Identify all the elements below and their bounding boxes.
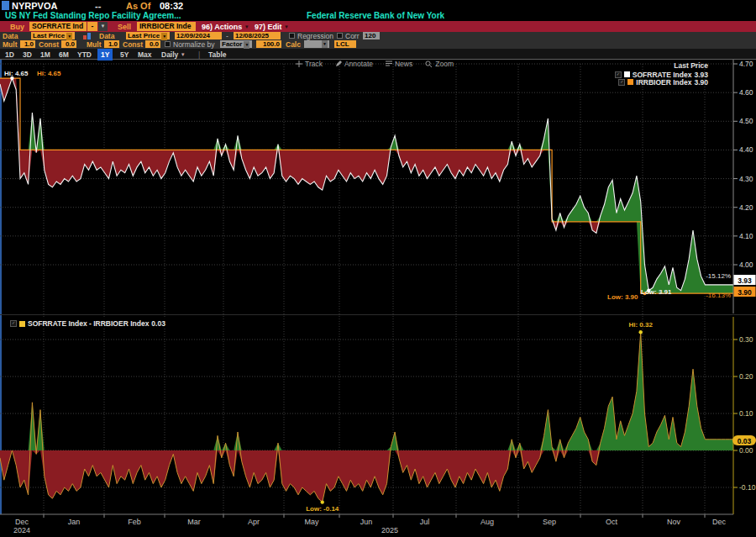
factor-select[interactable]: Factor▼ <box>220 40 252 48</box>
sell-security-input[interactable]: IRRBIOER Inde <box>137 22 196 31</box>
chevron-down-icon: ▼ <box>284 24 289 29</box>
svg-text:Low: 3.91: Low: 3.91 <box>641 288 672 296</box>
data2-select[interactable]: Last Price▼ <box>126 32 170 39</box>
chart-toolbar: Track Annotate News Zoom <box>296 60 454 68</box>
tab-1m[interactable]: 1M <box>40 50 50 59</box>
normalize-label: Normalize by <box>173 40 215 49</box>
svg-text:Low: 3.90: Low: 3.90 <box>607 293 638 301</box>
tab-1d[interactable]: 1D <box>5 50 14 59</box>
date-from-field[interactable]: 12/09/2024 <box>175 32 222 39</box>
svg-text:4.10: 4.10 <box>739 232 753 240</box>
svg-text:Jun: Jun <box>360 518 373 526</box>
const2-input[interactable]: 0.0 <box>145 40 160 48</box>
scatter-icon[interactable] <box>83 33 92 39</box>
mult1-input[interactable]: 1.0 <box>20 40 35 48</box>
calc-select[interactable]: ▼ <box>304 40 329 48</box>
table-button[interactable]: Table <box>208 50 227 59</box>
svg-text:3.93: 3.93 <box>738 276 752 285</box>
separator: | <box>198 50 200 59</box>
svg-text:0.00: 0.00 <box>739 446 753 455</box>
ticker-dashes: -- <box>95 1 101 11</box>
svg-text:Feb: Feb <box>128 518 141 526</box>
tab-ytd[interactable]: YTD <box>77 50 92 59</box>
chevron-down-icon: ▼ <box>322 40 328 48</box>
magnifier-icon <box>425 61 433 68</box>
series-swatch <box>627 79 633 85</box>
svg-text:2025: 2025 <box>381 526 398 534</box>
svg-text:0.30: 0.30 <box>739 335 753 344</box>
news-icon <box>386 61 392 67</box>
mult2-input[interactable]: 1.0 <box>104 40 119 48</box>
svg-text:-16.13%: -16.13% <box>706 292 731 299</box>
svg-text:4.20: 4.20 <box>739 203 753 212</box>
annotate-button[interactable]: Annotate <box>335 60 373 68</box>
title-bar: NYRPVOA -- As Of 08:32 <box>0 0 756 12</box>
svg-text:4.50: 4.50 <box>739 117 753 125</box>
svg-text:Dec: Dec <box>15 518 29 526</box>
buy-security-input[interactable]: SOFRRATE Ind <box>29 22 87 31</box>
date-separator: - <box>226 32 228 40</box>
checkbox-icon[interactable]: ✓ <box>10 320 17 327</box>
minus-button[interactable]: - <box>87 22 97 31</box>
lcl-select[interactable]: LCL▼ <box>334 40 356 48</box>
actions-menu[interactable]: 96) Actions ▼ <box>202 23 249 31</box>
const1-input[interactable]: 0.0 <box>61 40 76 48</box>
buy-dropdown[interactable]: ▼ <box>98 22 108 31</box>
chevron-down-icon: ▼ <box>244 41 249 49</box>
calc-label: Calc <box>286 40 301 49</box>
bloomberg-terminal-screen: { "titlebar":{"ticker":"NYRPVOA","dashes… <box>0 0 756 537</box>
chevron-down-icon: ▼ <box>161 33 167 40</box>
spread-series-name: SOFRRATE Index - IRRBIOER Index <box>28 319 149 328</box>
svg-text:Sep: Sep <box>543 518 556 526</box>
checkbox-icon[interactable]: ✓ <box>615 71 622 78</box>
svg-text:Nov: Nov <box>667 518 681 526</box>
legend-title: Last Price <box>615 61 708 70</box>
news-button[interactable]: News <box>386 60 412 68</box>
mult2-label: Mult <box>87 40 101 49</box>
edit-menu[interactable]: 97) Edit ▼ <box>255 23 289 31</box>
tab-max[interactable]: Max <box>138 50 152 59</box>
svg-text:4.40: 4.40 <box>739 145 753 154</box>
data1-label: Data <box>3 32 18 40</box>
spread-series-value: 0.03 <box>151 319 165 328</box>
mult1-label: Mult <box>3 40 17 49</box>
pencil-icon <box>335 61 342 67</box>
track-button[interactable]: Track <box>296 60 323 68</box>
settings-row-1: Data Last Price▼ Data Last Price▼ 12/09/… <box>0 32 756 40</box>
series-swatch <box>624 71 630 77</box>
svg-text:May: May <box>304 518 319 526</box>
corr-checkbox[interactable] <box>337 33 343 39</box>
date-to-field[interactable]: 12/08/2025 <box>234 32 281 39</box>
tab-3d[interactable]: 3D <box>23 50 32 59</box>
legend-item-irrbioer[interactable]: ✓ IRRBIOER Index 3.90 <box>615 78 708 86</box>
svg-text:4.60: 4.60 <box>739 88 753 97</box>
series-name: IRRBIOER Index <box>636 78 691 87</box>
as-of-label: As Of <box>126 1 150 11</box>
sell-label: Sell <box>118 23 131 31</box>
tab-5y[interactable]: 5Y <box>120 50 129 59</box>
chevron-down-icon: ▼ <box>244 24 249 29</box>
frequency-select[interactable]: Daily ▼ <box>161 50 186 59</box>
svg-text:Hi: 0.32: Hi: 0.32 <box>628 321 653 329</box>
svg-text:Jan: Jan <box>68 518 81 526</box>
svg-text:-0.10: -0.10 <box>739 483 756 492</box>
chevron-down-icon: ▼ <box>181 52 186 57</box>
chevron-down-icon: ▼ <box>66 33 72 40</box>
svg-text:Low: -0.14: Low: -0.14 <box>306 505 339 513</box>
svg-text:-15.12%: -15.12% <box>706 272 731 280</box>
tab-6m[interactable]: 6M <box>59 50 69 59</box>
corr-window-input[interactable]: 120 <box>363 32 380 39</box>
factor-value-input[interactable]: 100.0 <box>256 40 281 48</box>
svg-text:0.20: 0.20 <box>739 372 753 381</box>
regression-checkbox[interactable] <box>289 33 295 39</box>
normalize-checkbox[interactable] <box>165 41 171 47</box>
checkbox-icon[interactable]: ✓ <box>618 79 625 86</box>
spread-panel-legend[interactable]: ✓ SOFRRATE Index - IRRBIOER Index 0.03 <box>7 319 169 329</box>
svg-text:Dec: Dec <box>712 518 727 526</box>
tab-1y-selected[interactable]: 1Y <box>97 49 113 61</box>
svg-text:2024: 2024 <box>13 526 30 534</box>
svg-text:Jul: Jul <box>420 518 430 526</box>
svg-text:Mar: Mar <box>187 518 201 526</box>
zoom-button[interactable]: Zoom <box>425 60 454 68</box>
data1-select[interactable]: Last Price▼ <box>31 32 75 39</box>
